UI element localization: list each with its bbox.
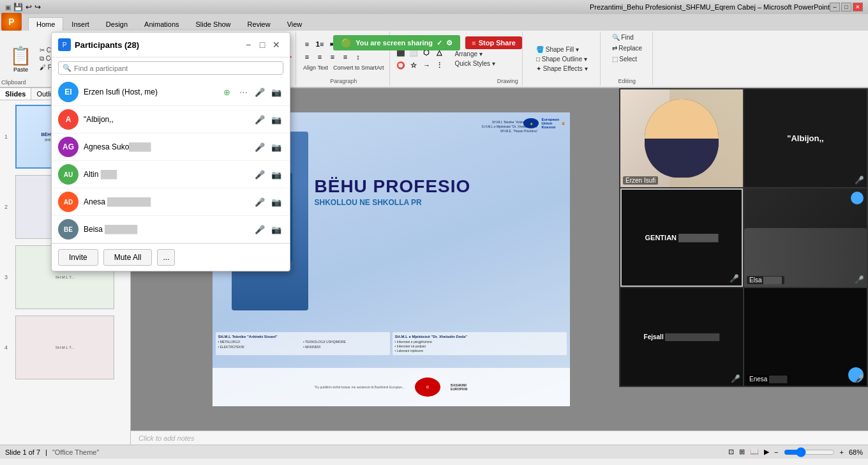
mute-all-button[interactable]: Mute All bbox=[103, 249, 153, 266]
cam-btn-agnesa[interactable]: 📷 bbox=[269, 140, 283, 154]
shape-more[interactable]: ⋮ bbox=[433, 59, 445, 71]
video-tile-albijon: "Albijon,, 🎤 bbox=[744, 89, 867, 187]
share-settings-icon: ⚙ bbox=[446, 39, 453, 47]
video-tile-erzen: Erzen Isufi bbox=[620, 89, 743, 187]
maximize-button[interactable]: □ bbox=[841, 3, 851, 11]
status-right: ⊡ ⊞ 📖 ▶ − + 68% bbox=[728, 447, 863, 457]
cam-btn-anesa[interactable]: 📷 bbox=[269, 195, 283, 209]
paste-button[interactable]: 📋 Paste bbox=[5, 42, 36, 76]
title-bar: ▣ 💾 ↩ ↪ Prezantimi_Behu Profesionist_SHF… bbox=[0, 0, 868, 14]
mic-btn-erzen[interactable]: 🎤 bbox=[253, 85, 267, 99]
shape-effects-button[interactable]: ✦ Shape Effects ▾ bbox=[534, 65, 590, 73]
shape-arrow[interactable]: → bbox=[421, 59, 432, 71]
mic-btn-beisa[interactable]: 🎤 bbox=[253, 222, 267, 236]
clipboard-label: Clipboard bbox=[1, 78, 26, 86]
quick-undo[interactable]: ↩ bbox=[26, 3, 32, 11]
participant-controls-albijon: 🎤 📷 bbox=[253, 112, 283, 126]
align-text-button[interactable]: Align Text bbox=[301, 64, 330, 72]
mic-btn-agnesa[interactable]: 🎤 bbox=[253, 140, 267, 154]
align-left[interactable]: ≡ bbox=[301, 51, 313, 63]
tab-view[interactable]: View bbox=[279, 17, 311, 31]
reading-view-btn[interactable]: 📖 bbox=[750, 448, 759, 456]
paste-label: Paste bbox=[13, 66, 28, 73]
slide-image-4: SH.M.L T... bbox=[15, 316, 114, 379]
window-title: Prezantimi_Behu Profesionist_SHFMU_Eqrem… bbox=[590, 3, 830, 11]
zoom-slider[interactable] bbox=[784, 447, 835, 457]
justify[interactable]: ≡ bbox=[340, 51, 351, 63]
copy-icon: ⧉ bbox=[40, 55, 44, 62]
participants-panel: P Participants (28) − □ ✕ 🔍 EI Erzen Isu… bbox=[51, 32, 290, 271]
slide-thumb-4[interactable]: 4 SH.M.L T... bbox=[3, 314, 128, 381]
theme-info: | bbox=[45, 448, 47, 456]
panel-title: Participants (28) bbox=[75, 40, 241, 50]
cam-btn-erzen[interactable]: 📷 bbox=[269, 85, 283, 99]
quick-styles-button[interactable]: Quick Styles ▾ bbox=[453, 59, 497, 68]
quick-redo[interactable]: ↪ bbox=[34, 3, 41, 11]
mic-muted-albijon[interactable]: 🎤 bbox=[253, 112, 267, 126]
search-input[interactable] bbox=[74, 65, 279, 72]
mic-btn-anesa[interactable]: 🎤 bbox=[253, 195, 267, 209]
cam-btn-altin[interactable]: 📷 bbox=[269, 167, 283, 181]
tab-animations[interactable]: Animations bbox=[136, 17, 187, 31]
cam-btn-beisa[interactable]: 📷 bbox=[269, 222, 283, 236]
participant-controls-agnesa: 🎤 📷 bbox=[253, 140, 283, 154]
notes-text: Click to add notes bbox=[138, 434, 194, 442]
search-icon: 🔍 bbox=[63, 64, 71, 72]
slide-info: Slide 1 of 7 bbox=[5, 448, 40, 456]
video-tile-fejsall: Fejsall ████████████ 🎤 bbox=[620, 288, 743, 386]
line-spacing[interactable]: ↕ bbox=[352, 51, 364, 63]
share-dot: 🟢 bbox=[341, 38, 352, 48]
shape-outline-button[interactable]: □ Shape Outline ▾ bbox=[534, 55, 590, 63]
presentation-btn[interactable]: ▶ bbox=[764, 448, 769, 456]
participant-item-altin: AU Altin ███ 🎤 📷 bbox=[52, 161, 290, 188]
align-right[interactable]: ≡ bbox=[327, 51, 338, 63]
paragraph-label: Paragraph bbox=[330, 77, 357, 84]
video-tile-gentian: GENTIAN ████████ 🎤 bbox=[620, 188, 743, 286]
quick-save[interactable]: 💾 bbox=[13, 3, 23, 11]
align-center[interactable]: ≡ bbox=[314, 51, 326, 63]
minimize-button[interactable]: – bbox=[830, 3, 840, 11]
share-status-text: You are screen sharing bbox=[355, 39, 433, 47]
panel-header-icon: P bbox=[58, 38, 71, 51]
invite-button[interactable]: Invite bbox=[58, 249, 98, 266]
select-button[interactable]: ⬚ Select bbox=[610, 55, 644, 63]
video-name-elsa: Elsa ████ bbox=[747, 276, 784, 284]
avatar-beisa: BE bbox=[58, 219, 79, 240]
more-options-btn[interactable]: ⋯ bbox=[236, 85, 250, 99]
notes-area[interactable]: Click to add notes bbox=[131, 431, 868, 445]
shape-6[interactable]: ☆ bbox=[408, 59, 419, 71]
video-tile-enesa: Enesa ████ 🎤 bbox=[744, 288, 867, 386]
tab-insert[interactable]: Insert bbox=[63, 17, 98, 31]
panel-minimize-btn[interactable]: − bbox=[241, 38, 255, 52]
slide-sorter-btn[interactable]: ⊞ bbox=[739, 448, 745, 456]
tab-review[interactable]: Review bbox=[239, 17, 279, 31]
convert-smartart-button[interactable]: Convert to SmartArt bbox=[331, 64, 386, 72]
tab-home[interactable]: Home bbox=[28, 17, 63, 31]
cam-muted-albijon[interactable]: 📷 bbox=[269, 112, 283, 126]
more-options-button[interactable]: ... bbox=[157, 249, 175, 266]
add-participant-btn[interactable]: ⊕ bbox=[220, 85, 234, 99]
normal-view-btn[interactable]: ⊡ bbox=[728, 448, 734, 456]
panel-maximize-btn[interactable]: □ bbox=[255, 38, 269, 52]
video-text-gentian: GENTIAN ████████ bbox=[643, 231, 721, 244]
video-grid: Erzen Isufi "Albijon,, 🎤 GENTIAN ███████… bbox=[619, 88, 868, 387]
video-text-albijon: "Albijon,, bbox=[784, 131, 826, 146]
stop-share-button[interactable]: ■ Stop Share bbox=[465, 36, 522, 49]
muted-icon-enesa: 🎤 bbox=[855, 374, 864, 383]
participant-name-altin: Altin ███ bbox=[84, 170, 253, 179]
tab-design[interactable]: Design bbox=[98, 17, 136, 31]
panel-close-btn[interactable]: ✕ bbox=[269, 38, 283, 52]
office-button[interactable]: P bbox=[1, 13, 22, 31]
participant-item-anesa: AD Anesa ████████ 🎤 📷 bbox=[52, 188, 290, 216]
participant-item-agnesa: AG Agnesa Suko████ 🎤 📷 bbox=[52, 133, 290, 161]
close-button[interactable]: ✕ bbox=[853, 3, 863, 11]
tab-slideshow[interactable]: Slide Show bbox=[188, 17, 239, 31]
shape-5[interactable]: ⭕ bbox=[395, 59, 407, 71]
zoom-out-btn[interactable]: − bbox=[774, 448, 778, 456]
slides-tab[interactable]: Slides bbox=[0, 88, 31, 100]
muted-icon-albijon: 🎤 bbox=[855, 176, 864, 185]
mic-btn-altin[interactable]: 🎤 bbox=[253, 167, 267, 181]
video-name-enesa: Enesa ████ bbox=[747, 375, 789, 383]
zoom-in-btn[interactable]: + bbox=[840, 448, 844, 456]
participant-controls-altin: 🎤 📷 bbox=[253, 167, 283, 181]
